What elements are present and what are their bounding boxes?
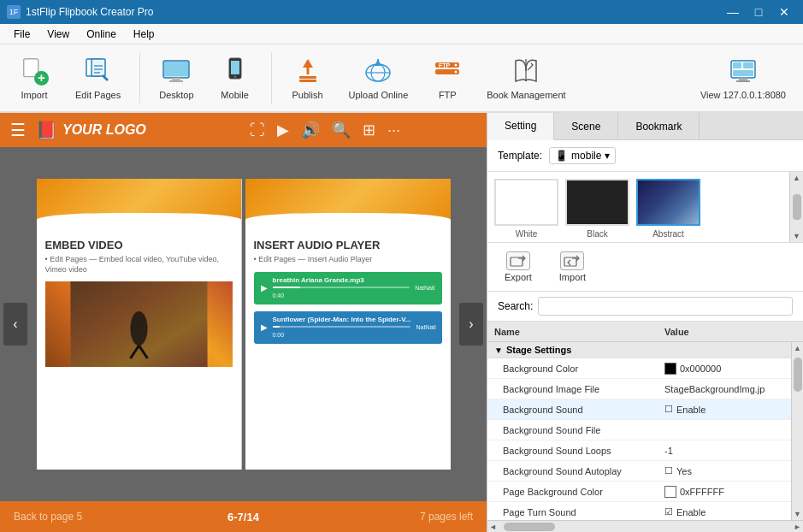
tab-bookmark[interactable]: Bookmark [618,113,700,139]
book-container: ‹ EMBED VIDEO • Edit Pages — Embed local… [0,147,487,501]
menu-help[interactable]: Help [127,27,162,42]
preview-controls: ⛶ ▶ 🔊 🔍 ⊞ ··· [250,121,400,139]
ftp-icon: FTP [432,56,463,86]
setting-bg-sound[interactable]: Background Sound ☐ Enable [487,399,791,420]
menu-online[interactable]: Online [80,27,123,42]
tab-scene[interactable]: Scene [554,113,618,139]
page-bg-color-value: 0xFFFFFF [664,486,784,498]
thumb-scroll-down[interactable]: ▼ [793,232,800,240]
panel-tabs: Setting Scene Bookmark [487,113,803,140]
left-page-content: EMBED VIDEO • Edit Pages — Embed local v… [37,230,241,375]
thumbnail-abstract[interactable]: Abstract [636,179,700,239]
publish-icon [292,56,323,86]
toolbar-ftp[interactable]: FTP FTP [423,49,471,107]
tab-setting[interactable]: Setting [487,113,554,140]
ftp-label: FTP [439,90,457,100]
back-link[interactable]: Back to page 5 [14,511,167,523]
group-label: Stage Settings [506,345,571,355]
toolbar-import[interactable]: + Import [9,49,60,107]
thumbnail-grid: White Black Abstract [487,172,803,242]
thumb-scroll-thumb [793,194,801,220]
thumbnail-abstract-label: Abstract [652,229,684,239]
prev-page-button[interactable]: ‹ [3,303,27,346]
play-button-2[interactable]: ▶ [261,322,268,332]
scroll-left-btn[interactable]: ◄ [487,521,499,532]
play-button-1[interactable]: ▶ [261,283,268,293]
import-label: Import [559,272,586,282]
play-icon[interactable]: ▶ [277,121,289,139]
close-button[interactable]: ✕ [772,3,796,21]
setting-bg-color[interactable]: Background Color 0x000000 [487,358,791,379]
thumbnail-black-img[interactable] [565,179,629,226]
setting-bg-image[interactable]: Background Image File StageBackgroundImg… [487,379,791,399]
toolbar-book-management[interactable]: Book Management [478,49,574,107]
thumbnail-abstract-img[interactable] [636,179,700,226]
thumbnail-white-img[interactable] [494,179,558,226]
thumbnail-white[interactable]: White [494,179,558,239]
svg-rect-18 [299,76,316,79]
svg-rect-13 [231,61,239,74]
menu-view[interactable]: View [40,27,76,42]
search-input[interactable] [538,297,793,316]
toolbar-mobile[interactable]: Mobile [210,49,261,107]
right-page-title: INSERT AUDIO PLAYER [254,239,442,251]
thumb-scrollbar-v[interactable]: ▲ ▼ [789,172,803,242]
audio-logo-1: NatNati [415,285,434,291]
logo-book-icon: 📕 [36,120,57,140]
page-bg-color-swatch[interactable] [664,486,676,498]
audio-player-2[interactable]: ▶ Sunflower (Spider-Man: Into the Spider… [254,311,442,344]
setting-page-turn-sound[interactable]: Page Turn Sound ☑ Enable [487,502,791,520]
next-page-button[interactable]: › [459,303,483,346]
volume-icon[interactable]: 🔊 [301,121,320,139]
h-scroll-track [499,521,792,532]
maximize-button[interactable]: □ [747,3,771,21]
minimize-button[interactable]: — [721,3,745,21]
settings-scrollbar-h[interactable]: ◄ ► [487,520,803,532]
grid-icon[interactable]: ⊞ [363,121,375,139]
setting-bg-sound-autoplay[interactable]: Background Sound Autoplay ☐ Yes [487,461,791,482]
scroll-right-btn[interactable]: ► [792,521,803,532]
collapse-icon[interactable]: ▼ [494,346,503,355]
thumbnail-white-label: White [516,229,538,239]
window-controls[interactable]: — □ ✕ [721,3,796,21]
col-name-header: Name [494,327,664,337]
scroll-thumb-v[interactable] [794,358,802,392]
right-page-content: INSERT AUDIO PLAYER • Edit Pages — Inser… [245,230,451,359]
bg-color-swatch[interactable] [664,363,676,375]
thumb-scroll-up[interactable]: ▲ [793,174,800,182]
toolbar-desktop[interactable]: Desktop [151,49,202,107]
scroll-up-btn[interactable]: ▲ [792,342,803,354]
page-top-decoration [37,179,241,230]
bg-sound-checkbox[interactable]: ☐ [664,404,673,415]
setting-page-bg-color[interactable]: Page Background Color 0xFFFFFF [487,482,791,502]
hamburger-menu-icon[interactable]: ☰ [10,120,26,140]
bottom-bar: Back to page 5 6-7/14 7 pages left [0,501,487,532]
setting-bg-sound-file[interactable]: Background Sound File [487,420,791,440]
search-row: Search: 🔍 [487,292,803,322]
export-button[interactable]: Export [498,248,539,286]
audio-progress-1 [273,287,410,288]
fullscreen-icon[interactable]: ⛶ [250,121,265,139]
toolbar-publish[interactable]: Publish [282,49,334,107]
scroll-thumb-h[interactable] [504,523,555,531]
toolbar-view[interactable]: View 127.0.0.1:8080 [692,49,794,107]
audio-player-1[interactable]: ▶ breathin Ariana Grande.mp3 0:40 NatNat… [254,272,442,304]
scroll-down-btn[interactable]: ▼ [792,508,803,520]
menu-file[interactable]: File [7,27,37,42]
svg-point-14 [233,75,236,78]
import-button[interactable]: Import [552,248,593,286]
panel-content: Template: 📱 mobile ▾ White Black [487,140,803,532]
view-label: View 127.0.0.1:8080 [700,90,786,100]
bg-autoplay-checkbox[interactable]: ☐ [664,465,673,476]
search-label: Search: [498,300,533,312]
template-select[interactable]: 📱 mobile ▾ [549,147,616,164]
settings-scrollbar-v[interactable]: ▲ ▼ [791,342,803,520]
search-icon[interactable]: 🔍 [332,121,351,139]
page-turn-checkbox[interactable]: ☑ [664,506,673,517]
thumbnail-black[interactable]: Black [565,179,629,239]
toolbar-upload-online[interactable]: Upload Online [340,49,417,107]
more-icon[interactable]: ··· [387,121,400,139]
toolbar-edit-pages[interactable]: Edit Pages [67,49,129,107]
import-icon: + [19,56,50,86]
setting-bg-sound-loops[interactable]: Background Sound Loops -1 [487,440,791,461]
